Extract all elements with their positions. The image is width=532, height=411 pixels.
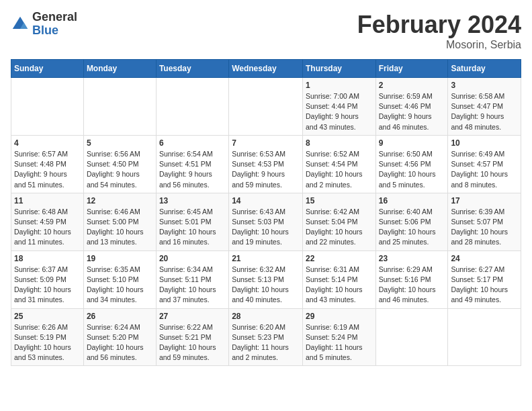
calendar-cell: 8Sunrise: 6:52 AMSunset: 4:54 PMDaylight…: [302, 135, 375, 193]
calendar-cell: [11, 78, 84, 136]
day-number: 14: [232, 196, 300, 205]
day-info: Sunrise: 6:26 AMSunset: 5:19 PMDaylight:…: [14, 322, 81, 363]
day-number: 22: [306, 254, 373, 263]
day-info: Sunrise: 6:39 AMSunset: 5:07 PMDaylight:…: [451, 207, 518, 248]
day-number: 3: [451, 81, 518, 90]
weekday-header-friday: Friday: [375, 60, 448, 78]
calendar-cell: 6Sunrise: 6:54 AMSunset: 4:51 PMDaylight…: [156, 135, 228, 193]
day-number: 1: [306, 81, 373, 90]
day-number: 7: [232, 138, 300, 148]
day-number: 18: [14, 254, 81, 263]
day-number: 17: [451, 196, 518, 205]
day-number: 28: [232, 312, 300, 321]
calendar-cell: 25Sunrise: 6:26 AMSunset: 5:19 PMDayligh…: [11, 308, 84, 366]
weekday-header-saturday: Saturday: [448, 60, 521, 78]
day-info: Sunrise: 7:00 AMSunset: 4:44 PMDaylight:…: [306, 91, 373, 132]
page-header: General Blue February 2024 Mosorin, Serb…: [11, 11, 521, 51]
calendar-cell: [83, 78, 156, 136]
week-row-3: 11Sunrise: 6:48 AMSunset: 4:59 PMDayligh…: [11, 193, 521, 250]
calendar-cell: 1Sunrise: 7:00 AMSunset: 4:44 PMDaylight…: [302, 78, 375, 136]
calendar-cell: [156, 78, 228, 136]
day-number: 26: [87, 312, 153, 321]
day-number: 13: [159, 196, 226, 205]
calendar-cell: 27Sunrise: 6:22 AMSunset: 5:21 PMDayligh…: [156, 308, 228, 366]
logo: General Blue: [11, 11, 77, 38]
weekday-header-monday: Monday: [83, 60, 156, 78]
day-number: 8: [306, 138, 373, 148]
day-info: Sunrise: 6:31 AMSunset: 5:14 PMDaylight:…: [306, 265, 373, 306]
day-info: Sunrise: 6:19 AMSunset: 5:24 PMDaylight:…: [306, 322, 373, 363]
day-info: Sunrise: 6:42 AMSunset: 5:04 PMDaylight:…: [306, 207, 373, 248]
weekday-header-row: SundayMondayTuesdayWednesdayThursdayFrid…: [11, 60, 521, 78]
calendar-cell: 20Sunrise: 6:34 AMSunset: 5:11 PMDayligh…: [156, 250, 228, 308]
day-info: Sunrise: 6:20 AMSunset: 5:23 PMDaylight:…: [232, 322, 300, 363]
calendar-cell: 29Sunrise: 6:19 AMSunset: 5:24 PMDayligh…: [302, 308, 375, 366]
weekday-header-thursday: Thursday: [302, 60, 375, 78]
title-block: February 2024 Mosorin, Serbia: [357, 11, 521, 51]
calendar-cell: 23Sunrise: 6:29 AMSunset: 5:16 PMDayligh…: [375, 250, 448, 308]
calendar-cell: 28Sunrise: 6:20 AMSunset: 5:23 PMDayligh…: [229, 308, 303, 366]
day-number: 15: [306, 196, 373, 205]
logo-icon: [11, 15, 30, 34]
weekday-header-tuesday: Tuesday: [156, 60, 228, 78]
day-info: Sunrise: 6:32 AMSunset: 5:13 PMDaylight:…: [232, 265, 300, 306]
day-info: Sunrise: 6:57 AMSunset: 4:48 PMDaylight:…: [14, 149, 81, 190]
calendar-cell: 2Sunrise: 6:59 AMSunset: 4:46 PMDaylight…: [375, 78, 448, 136]
calendar-cell: 15Sunrise: 6:42 AMSunset: 5:04 PMDayligh…: [302, 193, 375, 250]
day-info: Sunrise: 6:53 AMSunset: 4:53 PMDaylight:…: [232, 149, 300, 190]
logo-blue-text: Blue: [32, 24, 77, 38]
week-row-4: 18Sunrise: 6:37 AMSunset: 5:09 PMDayligh…: [11, 250, 521, 308]
week-row-2: 4Sunrise: 6:57 AMSunset: 4:48 PMDaylight…: [11, 135, 521, 193]
calendar-cell: 19Sunrise: 6:35 AMSunset: 5:10 PMDayligh…: [83, 250, 156, 308]
day-number: 19: [87, 254, 153, 263]
calendar-title: February 2024: [357, 11, 521, 39]
day-info: Sunrise: 6:50 AMSunset: 4:56 PMDaylight:…: [379, 149, 445, 190]
day-number: 21: [232, 254, 300, 263]
day-number: 2: [379, 81, 445, 90]
day-info: Sunrise: 6:49 AMSunset: 4:57 PMDaylight:…: [451, 149, 518, 190]
day-number: 11: [14, 196, 81, 205]
day-info: Sunrise: 6:56 AMSunset: 4:50 PMDaylight:…: [87, 149, 153, 190]
calendar-location: Mosorin, Serbia: [357, 39, 521, 51]
day-number: 9: [379, 138, 445, 148]
weekday-header-wednesday: Wednesday: [229, 60, 303, 78]
calendar-cell: 5Sunrise: 6:56 AMSunset: 4:50 PMDaylight…: [83, 135, 156, 193]
calendar-cell: 18Sunrise: 6:37 AMSunset: 5:09 PMDayligh…: [11, 250, 84, 308]
day-info: Sunrise: 6:35 AMSunset: 5:10 PMDaylight:…: [87, 265, 153, 306]
day-number: 16: [379, 196, 445, 205]
day-info: Sunrise: 6:48 AMSunset: 4:59 PMDaylight:…: [14, 207, 81, 248]
day-number: 29: [306, 312, 373, 321]
calendar-cell: 9Sunrise: 6:50 AMSunset: 4:56 PMDaylight…: [375, 135, 448, 193]
day-info: Sunrise: 6:52 AMSunset: 4:54 PMDaylight:…: [306, 149, 373, 190]
day-info: Sunrise: 6:59 AMSunset: 4:46 PMDaylight:…: [379, 91, 445, 132]
day-info: Sunrise: 6:54 AMSunset: 4:51 PMDaylight:…: [159, 149, 226, 190]
week-row-1: 1Sunrise: 7:00 AMSunset: 4:44 PMDaylight…: [11, 78, 521, 136]
day-info: Sunrise: 6:29 AMSunset: 5:16 PMDaylight:…: [379, 265, 445, 306]
calendar-cell: 22Sunrise: 6:31 AMSunset: 5:14 PMDayligh…: [302, 250, 375, 308]
day-info: Sunrise: 6:40 AMSunset: 5:06 PMDaylight:…: [379, 207, 445, 248]
day-number: 4: [14, 138, 81, 148]
calendar-cell: 21Sunrise: 6:32 AMSunset: 5:13 PMDayligh…: [229, 250, 303, 308]
calendar-cell: 17Sunrise: 6:39 AMSunset: 5:07 PMDayligh…: [448, 193, 521, 250]
day-number: 25: [14, 312, 81, 321]
calendar-cell: 16Sunrise: 6:40 AMSunset: 5:06 PMDayligh…: [375, 193, 448, 250]
day-number: 12: [87, 196, 153, 205]
calendar-cell: 10Sunrise: 6:49 AMSunset: 4:57 PMDayligh…: [448, 135, 521, 193]
calendar-cell: 4Sunrise: 6:57 AMSunset: 4:48 PMDaylight…: [11, 135, 84, 193]
day-info: Sunrise: 6:45 AMSunset: 5:01 PMDaylight:…: [159, 207, 226, 248]
day-info: Sunrise: 6:46 AMSunset: 5:00 PMDaylight:…: [87, 207, 153, 248]
day-number: 5: [87, 138, 153, 148]
day-info: Sunrise: 6:43 AMSunset: 5:03 PMDaylight:…: [232, 207, 300, 248]
calendar-cell: 26Sunrise: 6:24 AMSunset: 5:20 PMDayligh…: [83, 308, 156, 366]
calendar-cell: 7Sunrise: 6:53 AMSunset: 4:53 PMDaylight…: [229, 135, 303, 193]
day-number: 23: [379, 254, 445, 263]
calendar-cell: [375, 308, 448, 366]
week-row-5: 25Sunrise: 6:26 AMSunset: 5:19 PMDayligh…: [11, 308, 521, 366]
day-info: Sunrise: 6:34 AMSunset: 5:11 PMDaylight:…: [159, 265, 226, 306]
day-number: 24: [451, 254, 518, 263]
calendar-cell: 14Sunrise: 6:43 AMSunset: 5:03 PMDayligh…: [229, 193, 303, 250]
calendar-cell: [448, 308, 521, 366]
day-info: Sunrise: 6:22 AMSunset: 5:21 PMDaylight:…: [159, 322, 226, 363]
day-number: 6: [159, 138, 226, 148]
day-info: Sunrise: 6:37 AMSunset: 5:09 PMDaylight:…: [14, 265, 81, 306]
